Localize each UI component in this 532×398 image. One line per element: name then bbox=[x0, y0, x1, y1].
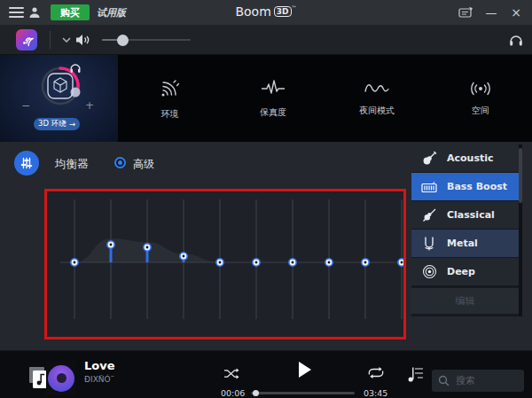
arrow-icon: → bbox=[69, 120, 75, 129]
speaker-icon[interactable] bbox=[75, 34, 91, 46]
tab-label: 夜间模式 bbox=[359, 105, 395, 117]
preset-acoustic[interactable]: Acoustic bbox=[411, 144, 519, 172]
eq-band-handle-center bbox=[401, 261, 403, 264]
tab-label: 保真度 bbox=[260, 106, 286, 119]
close-button[interactable]: × bbox=[507, 0, 525, 25]
eq-band-handle-center bbox=[364, 261, 367, 264]
dial-minus[interactable]: − bbox=[21, 99, 30, 112]
advanced-radio[interactable] bbox=[114, 157, 126, 168]
night-mode-icon bbox=[364, 81, 390, 97]
tab-spatial[interactable]: 空间 bbox=[428, 55, 532, 142]
advanced-label: 高级 bbox=[133, 157, 154, 172]
edit-button[interactable]: 编辑 bbox=[411, 288, 519, 314]
titlebar: 购买 试用版 Boom3D™ — × bbox=[0, 0, 532, 25]
violin-icon bbox=[421, 207, 437, 222]
scrollbar-thumb[interactable] bbox=[519, 148, 522, 203]
app-title: Boom3D™ bbox=[0, 4, 532, 19]
player-bar: Love ÐIXÑÓ¨ 00:06 03:45 bbox=[0, 350, 532, 398]
progress-bar[interactable] bbox=[251, 392, 355, 394]
eq-band-handle-center bbox=[146, 246, 149, 249]
volume-slider[interactable] bbox=[102, 39, 191, 41]
dial-plus[interactable]: + bbox=[85, 99, 94, 112]
tab-fidelity[interactable]: 保真度 bbox=[222, 55, 325, 142]
eq-band-handle-center bbox=[292, 261, 294, 264]
preset-label: Bass Boost bbox=[447, 181, 507, 192]
eq-sliders[interactable] bbox=[44, 189, 406, 339]
shuffle-icon[interactable] bbox=[223, 368, 240, 379]
playlist-icon[interactable] bbox=[407, 364, 424, 384]
eq-band-handle-center bbox=[328, 261, 331, 264]
tab-ambience[interactable]: 环境 bbox=[118, 55, 222, 142]
search-input[interactable] bbox=[454, 374, 518, 387]
cube-icon bbox=[54, 78, 66, 92]
ambience-icon bbox=[158, 77, 181, 100]
eq-band-handle-center bbox=[110, 244, 113, 246]
tab-label: 环境 bbox=[160, 108, 178, 121]
preset-label: Classical bbox=[447, 209, 495, 221]
progress-handle[interactable] bbox=[253, 390, 259, 396]
song-title: Love bbox=[84, 359, 115, 372]
preset-bass-boost[interactable]: Bass Boost bbox=[411, 173, 519, 200]
minimize-button[interactable]: — bbox=[482, 0, 500, 25]
search-icon bbox=[438, 375, 450, 386]
vinyl-disc bbox=[48, 365, 74, 392]
bass-boost-icon bbox=[421, 181, 437, 193]
preset-classical[interactable]: Classical bbox=[411, 201, 519, 229]
album-art[interactable] bbox=[46, 361, 76, 395]
eq-band-handle-center bbox=[219, 261, 222, 264]
tab-label: 空间 bbox=[472, 105, 489, 117]
eq-band-handle-center bbox=[255, 261, 258, 264]
preset-label: Metal bbox=[447, 238, 478, 249]
volume-handle[interactable] bbox=[117, 35, 129, 46]
preset-panel: Acoustic Bass Boost Classical Metal Deep bbox=[411, 144, 519, 316]
play-button[interactable] bbox=[299, 362, 311, 378]
deep-icon bbox=[421, 264, 437, 279]
preset-metal[interactable]: Metal bbox=[411, 230, 519, 257]
brand-3d-badge: 3D bbox=[274, 6, 292, 17]
chevron-down-icon[interactable] bbox=[62, 37, 71, 43]
feedback-icon[interactable] bbox=[456, 0, 477, 25]
dial-headphone-icon bbox=[71, 65, 81, 73]
eq-band-handle-center bbox=[74, 261, 76, 264]
boom-logo-icon[interactable] bbox=[16, 29, 37, 51]
duration-time: 03:45 bbox=[364, 388, 387, 398]
preset-label: Acoustic bbox=[447, 152, 494, 164]
tab-night-mode[interactable]: 夜间模式 bbox=[325, 55, 429, 142]
fidelity-icon bbox=[261, 79, 286, 98]
feature-row: − + 3D 环绕→ 环境 保真度 夜间模式 bbox=[0, 55, 532, 142]
divider bbox=[50, 31, 51, 49]
elapsed-time: 00:06 bbox=[221, 388, 245, 398]
spatial-icon bbox=[467, 81, 494, 97]
boom3d-window: 购买 试用版 Boom3D™ — × bbox=[0, 0, 532, 398]
repeat-icon[interactable] bbox=[367, 367, 385, 378]
metal-horns-icon bbox=[421, 236, 437, 251]
headphones-icon[interactable] bbox=[509, 33, 523, 47]
guitar-icon bbox=[421, 151, 437, 166]
eq-band-handle-center bbox=[183, 255, 185, 258]
preset-label: Deep bbox=[447, 266, 475, 277]
equalizer-icon[interactable] bbox=[14, 151, 39, 176]
search-box bbox=[432, 370, 524, 392]
preset-deep[interactable]: Deep bbox=[411, 258, 519, 285]
volume-bar bbox=[0, 25, 532, 55]
equalizer-title: 均衡器 bbox=[55, 157, 89, 172]
tab-3d-surround[interactable]: − + 3D 环绕→ bbox=[0, 55, 118, 142]
preset-scrollbar[interactable] bbox=[519, 144, 522, 316]
song-artist: ÐIXÑÓ¨ bbox=[84, 375, 114, 384]
3d-surround-button[interactable]: 3D 环绕→ bbox=[34, 118, 80, 130]
